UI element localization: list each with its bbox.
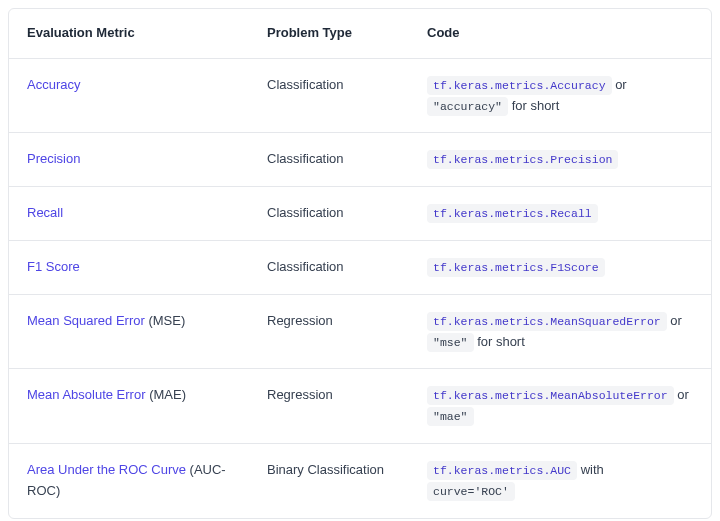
code-chip: tf.keras.metrics.Accuracy: [427, 76, 612, 95]
metric-cell: Mean Absolute Error (MAE): [9, 369, 249, 443]
code-chip: tf.keras.metrics.Precision: [427, 150, 618, 169]
type-cell: Classification: [249, 133, 409, 186]
metric-suffix: (MSE): [145, 313, 185, 328]
type-cell: Classification: [249, 241, 409, 294]
metric-cell: Precision: [9, 133, 249, 186]
col-header-metric: Evaluation Metric: [9, 9, 249, 58]
code-chip: tf.keras.metrics.Recall: [427, 204, 598, 223]
code-suffix: for short: [508, 98, 559, 113]
metric-link[interactable]: Precision: [27, 151, 80, 166]
code-cell: tf.keras.metrics.Recall: [409, 187, 711, 240]
metric-cell: F1 Score: [9, 241, 249, 294]
metric-link[interactable]: Area Under the ROC Curve: [27, 462, 186, 477]
code-cell: tf.keras.metrics.Accuracy or "accuracy" …: [409, 59, 711, 133]
type-cell: Classification: [249, 59, 409, 133]
col-header-type: Problem Type: [249, 9, 409, 58]
metric-link[interactable]: F1 Score: [27, 259, 80, 274]
code-chip: "mae": [427, 407, 474, 426]
code-chip: tf.keras.metrics.F1Score: [427, 258, 605, 277]
metric-link[interactable]: Mean Absolute Error: [27, 387, 146, 402]
code-cell: tf.keras.metrics.Precision: [409, 133, 711, 186]
code-chip: curve='ROC': [427, 482, 515, 501]
code-chip: tf.keras.metrics.AUC: [427, 461, 577, 480]
table-row: Mean Squared Error (MSE) Regression tf.k…: [9, 294, 711, 369]
metric-link[interactable]: Accuracy: [27, 77, 80, 92]
code-joiner: or: [612, 77, 627, 92]
code-joiner: with: [577, 462, 604, 477]
code-joiner: or: [674, 387, 689, 402]
metric-cell: Area Under the ROC Curve (AUC-ROC): [9, 444, 249, 518]
table-row: Accuracy Classification tf.keras.metrics…: [9, 58, 711, 133]
table-row: Recall Classification tf.keras.metrics.R…: [9, 186, 711, 240]
table-row: Precision Classification tf.keras.metric…: [9, 132, 711, 186]
metric-cell: Accuracy: [9, 59, 249, 133]
code-cell: tf.keras.metrics.MeanAbsoluteError or "m…: [409, 369, 711, 443]
metric-cell: Recall: [9, 187, 249, 240]
metric-link[interactable]: Recall: [27, 205, 63, 220]
code-chip: "accuracy": [427, 97, 508, 116]
metric-link[interactable]: Mean Squared Error: [27, 313, 145, 328]
code-chip: "mse": [427, 333, 474, 352]
type-cell: Classification: [249, 187, 409, 240]
metric-cell: Mean Squared Error (MSE): [9, 295, 249, 369]
code-cell: tf.keras.metrics.F1Score: [409, 241, 711, 294]
code-cell: tf.keras.metrics.MeanSquaredError or "ms…: [409, 295, 711, 369]
type-cell: Regression: [249, 369, 409, 443]
col-header-code: Code: [409, 9, 711, 58]
table-row: F1 Score Classification tf.keras.metrics…: [9, 240, 711, 294]
code-cell: tf.keras.metrics.AUC with curve='ROC': [409, 444, 711, 518]
table-header-row: Evaluation Metric Problem Type Code: [9, 9, 711, 58]
metric-suffix: (MAE): [146, 387, 186, 402]
table-row: Area Under the ROC Curve (AUC-ROC) Binar…: [9, 443, 711, 518]
code-joiner: or: [667, 313, 682, 328]
table-row: Mean Absolute Error (MAE) Regression tf.…: [9, 368, 711, 443]
metrics-table: Evaluation Metric Problem Type Code Accu…: [8, 8, 712, 519]
type-cell: Regression: [249, 295, 409, 369]
code-chip: tf.keras.metrics.MeanAbsoluteError: [427, 386, 674, 405]
code-chip: tf.keras.metrics.MeanSquaredError: [427, 312, 667, 331]
code-suffix: for short: [474, 334, 525, 349]
type-cell: Binary Classification: [249, 444, 409, 518]
